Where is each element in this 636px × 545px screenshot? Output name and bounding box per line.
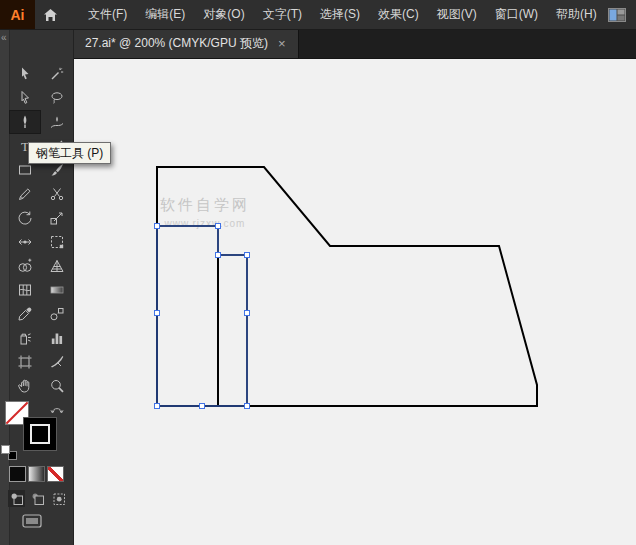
menu-item-select[interactable]: 选择(S) bbox=[311, 0, 369, 29]
rotate-tool[interactable] bbox=[9, 206, 41, 230]
selection-tool[interactable] bbox=[9, 62, 41, 86]
width-tool[interactable] bbox=[9, 230, 41, 254]
canvas[interactable]: 软件自学网 www.rjzxw.com bbox=[73, 58, 636, 545]
draw-behind-button[interactable] bbox=[29, 490, 46, 507]
scale-tool[interactable] bbox=[41, 206, 73, 230]
menubar: Ai 文件(F)编辑(E)对象(O)文字(T)选择(S)效果(C)视图(V)窗口… bbox=[0, 0, 636, 30]
anchor-point[interactable] bbox=[245, 311, 250, 316]
artboard-tool[interactable] bbox=[9, 350, 41, 374]
menu-item-edit[interactable]: 编辑(E) bbox=[136, 0, 194, 29]
arrange-documents-icon[interactable] bbox=[608, 8, 626, 26]
collapse-panel-icon[interactable]: « bbox=[1, 32, 7, 43]
tools-panel: « T bbox=[0, 29, 74, 545]
curvature-tool[interactable] bbox=[41, 110, 73, 134]
eyedropper-tool[interactable] bbox=[9, 302, 41, 326]
drawing-mode-buttons bbox=[8, 490, 67, 507]
anchor-point[interactable] bbox=[216, 224, 221, 229]
anchor-point[interactable] bbox=[245, 404, 250, 409]
pen-tool[interactable] bbox=[9, 110, 41, 134]
slice-tool[interactable] bbox=[41, 350, 73, 374]
blend-tool[interactable] bbox=[41, 302, 73, 326]
anchor-point[interactable] bbox=[155, 311, 160, 316]
direct-selection-tool[interactable] bbox=[9, 86, 41, 110]
anchor-point[interactable] bbox=[155, 404, 160, 409]
anchor-point[interactable] bbox=[245, 253, 250, 258]
swap-fill-stroke-icon[interactable] bbox=[50, 401, 64, 419]
scissors-tool[interactable] bbox=[41, 182, 73, 206]
draw-inside-button[interactable] bbox=[50, 490, 67, 507]
tools-grid: T bbox=[9, 62, 73, 398]
menu-item-type[interactable]: 文字(T) bbox=[254, 0, 311, 29]
selected-path-highlight[interactable] bbox=[157, 226, 247, 406]
document-tab[interactable]: 27.ai* @ 200% (CMYK/GPU 预览) × bbox=[73, 29, 299, 58]
gradient-button[interactable] bbox=[29, 467, 44, 481]
stroke-color-swatch[interactable] bbox=[24, 418, 56, 450]
anchor-point[interactable] bbox=[200, 404, 205, 409]
artwork-svg bbox=[73, 58, 636, 545]
menu-item-window[interactable]: 窗口(W) bbox=[486, 0, 547, 29]
close-tab-icon[interactable]: × bbox=[278, 36, 286, 51]
none-button[interactable] bbox=[48, 467, 63, 481]
default-fill-stroke-icon[interactable] bbox=[2, 446, 16, 459]
inner-rect-path-2[interactable] bbox=[218, 255, 247, 406]
draw-normal-button[interactable] bbox=[8, 490, 25, 507]
home-icon[interactable] bbox=[35, 8, 65, 22]
default-fill-chip bbox=[2, 446, 9, 453]
inner-rect-path-1[interactable] bbox=[157, 226, 218, 406]
main-outline-path[interactable] bbox=[157, 167, 537, 406]
zoom-tool[interactable] bbox=[41, 374, 73, 398]
mesh-tool[interactable] bbox=[9, 278, 41, 302]
magic-wand-tool[interactable] bbox=[41, 62, 73, 86]
default-stroke-chip bbox=[9, 452, 16, 459]
menu: 文件(F)编辑(E)对象(O)文字(T)选择(S)效果(C)视图(V)窗口(W)… bbox=[79, 0, 606, 29]
pen-tool-tooltip: 钢笔工具 (P) bbox=[28, 142, 111, 164]
anchor-point[interactable] bbox=[216, 253, 221, 258]
menu-item-help[interactable]: 帮助(H) bbox=[547, 0, 606, 29]
app-logo: Ai bbox=[0, 0, 35, 29]
symbol-sprayer-tool[interactable] bbox=[9, 326, 41, 350]
lasso-tool[interactable] bbox=[41, 86, 73, 110]
hand-tool[interactable] bbox=[9, 374, 41, 398]
menu-item-file[interactable]: 文件(F) bbox=[79, 0, 136, 29]
pencil-tool[interactable] bbox=[9, 182, 41, 206]
color-mode-buttons bbox=[10, 467, 63, 481]
shape-builder-tool[interactable] bbox=[9, 254, 41, 278]
anchor-point[interactable] bbox=[155, 224, 160, 229]
document-tab-title: 27.ai* @ 200% (CMYK/GPU 预览) bbox=[85, 35, 268, 52]
color-button[interactable] bbox=[10, 467, 25, 481]
column-graph-tool[interactable] bbox=[41, 326, 73, 350]
free-transform-tool[interactable] bbox=[41, 230, 73, 254]
screen-mode-button[interactable] bbox=[22, 513, 42, 533]
document-tabbar: 27.ai* @ 200% (CMYK/GPU 预览) × bbox=[73, 29, 636, 59]
menu-item-effect[interactable]: 效果(C) bbox=[369, 0, 428, 29]
menu-item-view[interactable]: 视图(V) bbox=[428, 0, 486, 29]
fill-stroke-widget bbox=[0, 400, 73, 462]
menu-item-object[interactable]: 对象(O) bbox=[194, 0, 253, 29]
perspective-grid-tool[interactable] bbox=[41, 254, 73, 278]
gradient-tool[interactable] bbox=[41, 278, 73, 302]
